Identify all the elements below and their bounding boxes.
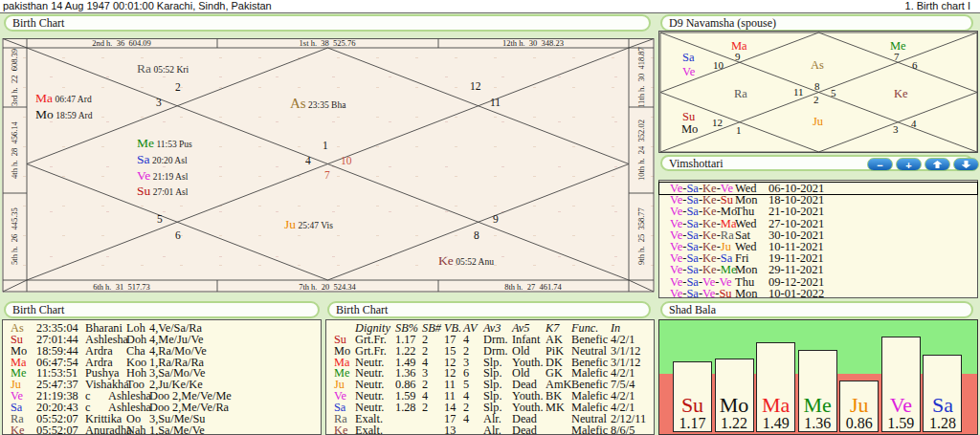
panel-header-label: Birth Chart [336,303,388,316]
house-number-5: 5 [831,88,836,98]
house-number-4: 4 [305,156,311,166]
view-title: 1. Birth chart I [905,0,970,12]
bar-value-label: 1.36 [799,416,836,431]
bar-value-label: 1.28 [924,416,961,431]
planet-label-me: Me 11:53 Pus [137,137,192,150]
bar-value-label: 1.22 [716,416,753,431]
position-row-ke: Ke05:52:07AnuradhaNah1,Sa/Me/Ve [3,424,321,435]
bar-planet-label: Ju [840,395,878,416]
dasha-weekday: Mon [735,264,758,275]
shadbala-bar-ma: Ma1.49 [756,342,795,432]
cusp-label: 10th h. 24 352.02 [637,120,646,181]
bar-planet-label: Mo [716,395,753,416]
chart-title: pakisthan 14 Aug 1947 00:01:00 Karachi, … [3,0,272,12]
cusp-label: 5th h. 26 445.35 [11,207,19,265]
planet-label-sa: Sa [682,51,695,63]
d9-chart-diagram[interactable]: MaSaVeAsMeRaKeSuMoJu910761185212134 [658,31,978,153]
cusp-label: 7th h. 20 524.34 [299,283,356,292]
house-number-11: 11 [793,87,804,98]
dasha-weekday: Mon [735,288,758,299]
planet-label-ve: Ve [682,65,695,77]
shadbala-bar-ju: Ju0.86 [839,381,879,432]
cusp-label: 6th h. 31 517.73 [93,283,150,292]
bar-planet-label: Ve [882,395,920,416]
house-number-10: 10 [713,60,724,71]
strength-panel: Birth Chart DignitySB%SB#VB.AVAv3Av5K7Fu… [325,299,655,435]
panel-header-label: D9 Navamsha (spouse) [669,16,776,30]
bar-value-label: 1.17 [674,416,711,431]
dasha-row[interactable]: Ve-Sa-Ve-SuMon10-01-2022 [659,288,977,299]
scroll-down-button[interactable] [953,158,979,171]
house-number-7: 7 [894,52,900,62]
zoom-out-button[interactable]: − [867,158,893,171]
strength-row-ke: KeExalt.13Alr.DeadMalefic8/6/5 [326,424,654,435]
cusp-label: 9th h. 25 358.77 [637,207,646,265]
dasha-date: 10-01-2022 [768,288,824,299]
house-number-8: 8 [814,81,820,92]
panel-header-label: Shad Bala [669,303,716,316]
planet-label-mo: Mo 18:59 Ard [35,108,92,121]
house-number-11: 11 [490,98,501,108]
cusp-label: 12th h. 30 348.23 [502,39,564,48]
planet-label-mo: Mo [681,122,698,135]
panel-header-label: Birth Chart [12,16,64,30]
panel-header: Shad Bala [660,301,973,318]
shadbala-bar-me: Me1.36 [798,350,837,432]
panel-header: Birth Chart [4,14,651,32]
positions-panel: Birth Chart As23:35:04BharaniLoh4,Ve/Sa/… [2,299,323,435]
cusp-label: 1st h. 38 525.76 [300,39,356,48]
house-number-3: 3 [893,124,899,135]
house-number-4: 4 [911,119,917,129]
up-arrow-icon [933,161,943,168]
strength-row-sa: SaNeutr.1.282142Slp.Youth.MKMalefic4/2/1 [326,402,654,413]
planet-label-sa: Sa 20:20 Asl [137,153,188,166]
house-number-12: 12 [470,81,481,92]
panel-header: D9 Navamsha (spouse) [660,14,973,32]
dasha-date: 29-11-2021 [768,264,824,275]
planet-label-ke: Ke [894,87,908,99]
shadbala-bar-su: Su1.17 [673,361,712,432]
cusp-label: 11th h. 30 418.87 [637,47,646,108]
panel-header: Birth Chart [4,301,320,318]
birth-chart-panel: Birth Chart 2nd h. 36 604.09 1st h. 38 5… [2,13,655,297]
planet-label-ke: Ke 05:52 Anu [438,254,494,268]
planet-label-ma: Ma 06:47 Ard [35,92,92,105]
house-number-1: 1 [323,141,328,151]
planet-label-ju: Ju 25:47 Vis [284,218,333,231]
bar-planet-label: Sa [924,395,961,416]
planet-label-ve: Ve 21:19 Asl [137,169,188,183]
shadbala-bar-mo: Mo1.22 [715,359,754,432]
vimshottari-panel: Vimshottari −+ Ve-Sa-Ke-VeWed06-10-2021V… [658,153,980,298]
house-number-9: 9 [735,52,741,62]
house-number-6: 6 [912,60,918,71]
strength-row-ra: RaExalt.174Alr.DeadNeutral2/12/11 [326,413,654,424]
strength-table: DignitySB%SB#VB.AVAv3Av5K7Func.InSuGrt.F… [325,319,655,435]
zoom-in-button[interactable]: + [896,158,922,171]
shadbala-panel: Shad Bala Su1.17Mo1.22Ma1.49Me1.36Ju0.86… [658,299,980,435]
bar-planet-label: Ma [757,395,794,416]
panel-header-label: Birth Chart [12,303,64,316]
chart-grid [2,38,655,293]
d9-navamsha-panel: D9 Navamsha (spouse) MaSaVeAsMeRaKeSuMoJ… [658,13,980,153]
panel-header: Birth Chart [327,301,651,318]
down-arrow-icon [962,161,971,168]
bar-value-label: 1.59 [882,416,920,431]
birth-chart-diagram[interactable]: 2nd h. 36 604.09 1st h. 38 525.76 12th h… [2,38,655,293]
house-number-9: 9 [493,214,499,225]
bar-value-label: 0.86 [840,416,878,431]
cusp-label: 4th h. 28 456.14 [11,121,19,179]
dasha-weekday: Thu [735,206,754,217]
shadbala-bar-ve: Ve1.59 [881,337,921,432]
planet-label-su: Su [682,110,695,122]
dasha-list[interactable]: Ve-Sa-Ke-VeWed06-10-2021Ve-Sa-Ke-SuMon18… [658,180,978,298]
planet-label-su: Su 27:01 Asl [137,185,188,198]
bar-planet-label: Me [799,395,836,416]
planet-label-as: As 23:35 Bha [290,98,345,111]
positions-table: As23:35:04BharaniLoh4,Ve/Sa/RaSu27:01:44… [2,319,322,435]
panel-header-label: Vimshottari [669,157,724,170]
scroll-up-button[interactable] [924,158,950,171]
house-number-2: 2 [175,82,181,93]
house-number-8: 8 [474,230,479,241]
titlebar: pakisthan 14 Aug 1947 00:01:00 Karachi, … [0,0,980,13]
shadbala-bar-sa: Sa1.28 [923,355,962,432]
